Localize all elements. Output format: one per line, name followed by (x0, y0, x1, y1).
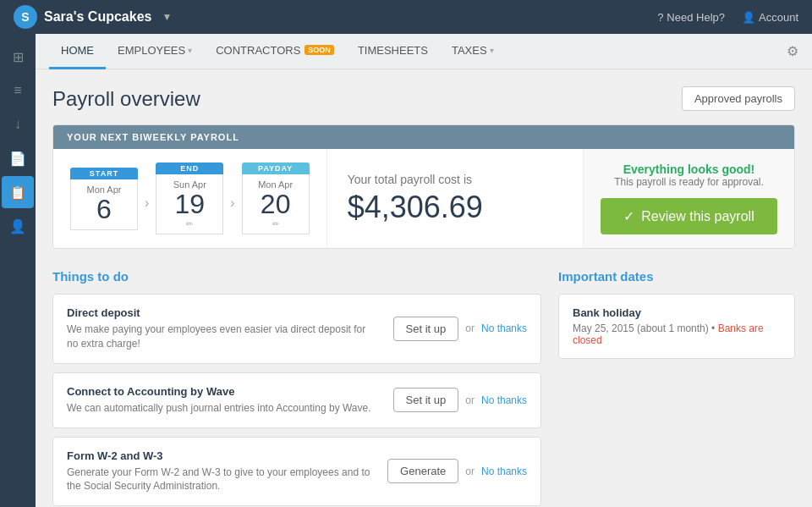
sidebar-icon-list[interactable]: ≡ (2, 74, 34, 107)
payroll-card: YOUR NEXT BIWEEKLY PAYROLL START Mon Apr… (52, 124, 795, 249)
direct-deposit-setup-button[interactable]: Set it up (393, 317, 459, 341)
form-w2-generate-button[interactable]: Generate (387, 459, 458, 483)
important-dates-title: Important dates (558, 269, 795, 284)
form-w2-no-thanks-link[interactable]: No thanks (481, 466, 527, 477)
page-header: Payroll overview Approved payrolls (52, 86, 795, 111)
payroll-action: Everything looks good! This payroll is r… (583, 149, 794, 248)
sub-nav: HOME EMPLOYEES ▾ CONTRACTORS SOON TIMESH… (36, 34, 812, 69)
help-link[interactable]: ? Need Help? (657, 11, 725, 24)
sidebar-icon-people[interactable]: 👤 (2, 210, 34, 242)
top-nav-right: ? Need Help? 👤 Account (657, 11, 798, 24)
content-area: Payroll overview Approved payrolls YOUR … (36, 69, 812, 507)
payroll-card-header: YOUR NEXT BIWEEKLY PAYROLL (53, 125, 794, 149)
tab-home[interactable]: HOME (49, 34, 106, 69)
two-column-section: Things to do Direct deposit We make payi… (52, 269, 795, 507)
payroll-card-body: START Mon Apr 6 › END Sun Apr 19 (53, 149, 794, 248)
taxes-dropdown-icon: ▾ (490, 46, 494, 55)
start-date-box: START Mon Apr 6 (70, 168, 138, 230)
employees-dropdown-icon: ▾ (188, 46, 192, 55)
accounting-no-thanks-link[interactable]: No thanks (481, 394, 527, 406)
tab-contractors[interactable]: CONTRACTORS SOON (204, 34, 346, 69)
app-dropdown-icon[interactable]: ▼ (162, 11, 172, 23)
things-to-do-column: Things to do Direct deposit We make payi… (52, 269, 541, 507)
sidebar-icon-grid[interactable]: ⊞ (2, 41, 34, 73)
top-nav: S Sara's Cupcakes ▼ ? Need Help? 👤 Accou… (0, 0, 812, 34)
start-end-separator: › (145, 196, 149, 211)
tab-timesheets[interactable]: TIMESHEETS (346, 34, 440, 69)
app-name: Sara's Cupcakes (44, 9, 151, 25)
sidebar-icon-clipboard[interactable]: 📋 (2, 176, 34, 208)
todo-item-form-w2: Form W-2 and W-3 Generate your Form W-2 … (52, 437, 541, 507)
settings-icon[interactable]: ⚙ (787, 43, 798, 59)
account-link[interactable]: 👤 Account (742, 11, 798, 24)
end-payday-separator: › (230, 196, 234, 211)
app-logo[interactable]: S Sara's Cupcakes ▼ (14, 5, 657, 29)
payday-date-box: PAYDAY Mon Apr 20 ✏ (242, 163, 310, 234)
main-content: HOME EMPLOYEES ▾ CONTRACTORS SOON TIMESH… (36, 34, 812, 507)
important-dates-column: Important dates Bank holiday May 25, 201… (558, 269, 795, 507)
help-icon: ? (657, 11, 663, 24)
checkmark-icon: ✓ (623, 208, 634, 224)
payroll-total: Your total payroll cost is $4,306.69 (326, 149, 583, 248)
things-to-do-title: Things to do (52, 269, 541, 284)
bank-holiday-item: Bank holiday May 25, 2015 (about 1 month… (558, 294, 795, 359)
accounting-setup-button[interactable]: Set it up (393, 388, 459, 412)
sidebar-icon-document[interactable]: 📄 (2, 142, 34, 174)
review-payroll-button[interactable]: ✓ Review this payroll (601, 198, 777, 234)
tab-taxes[interactable]: TAXES ▾ (440, 34, 506, 69)
approved-payrolls-button[interactable]: Approved payrolls (682, 86, 795, 111)
sidebar: ⊞ ≡ ↓ 📄 📋 👤 (0, 34, 36, 507)
tab-employees[interactable]: EMPLOYEES ▾ (106, 34, 204, 69)
end-date-box: END Sun Apr 19 ✏ (156, 163, 223, 234)
todo-item-direct-deposit: Direct deposit We make paying your emplo… (52, 294, 541, 364)
logo-icon: S (14, 5, 37, 29)
sidebar-icon-download[interactable]: ↓ (2, 108, 34, 141)
payroll-dates: START Mon Apr 6 › END Sun Apr 19 (53, 149, 326, 248)
todo-item-accounting-wave: Connect to Accounting by Wave We can aut… (52, 372, 541, 428)
account-icon: 👤 (742, 11, 755, 24)
soon-badge: SOON (304, 45, 334, 55)
direct-deposit-no-thanks-link[interactable]: No thanks (481, 322, 527, 334)
page-title: Payroll overview (52, 87, 200, 111)
